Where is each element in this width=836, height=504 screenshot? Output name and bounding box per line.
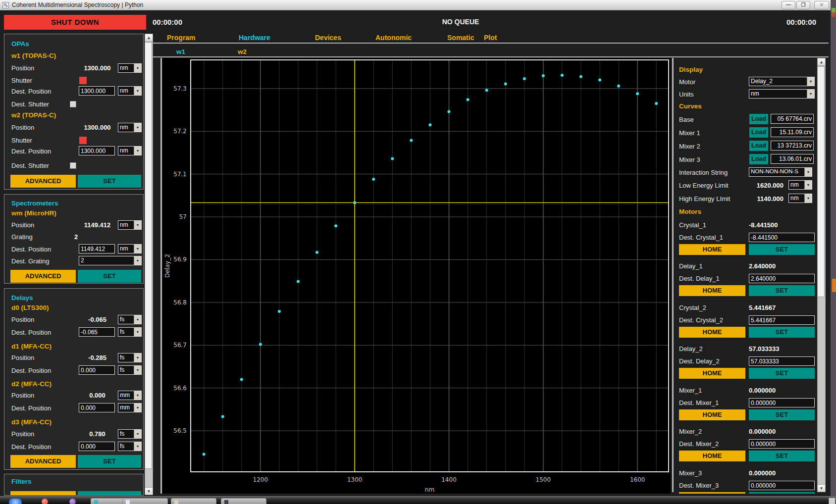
position-unit-dropdown[interactable]: nm ▼ (118, 63, 142, 73)
motor-dest-input[interactable] (749, 233, 815, 242)
dest-shutter-checkbox[interactable] (70, 101, 76, 107)
load-button[interactable]: Load (749, 154, 768, 164)
start-button-icon[interactable] (9, 499, 22, 504)
position-unit-dropdown[interactable]: nm ▼ (118, 220, 142, 230)
dest-position-input[interactable] (79, 442, 115, 451)
titlebar[interactable]: Coherent Multidimensional Spectroscopy |… (0, 0, 831, 10)
position-unit-dropdown[interactable]: fs ▼ (118, 315, 142, 324)
subtab-w2[interactable]: w2 (238, 48, 247, 55)
show-desktop-button[interactable] (829, 498, 836, 504)
advanced-button[interactable]: ADVANCED (10, 455, 76, 468)
curve-file-mixer1[interactable]: 15.11.09.crv (771, 127, 814, 137)
set-button[interactable]: SET (749, 368, 815, 379)
high-energy-unit-dropdown[interactable]: nm ▼ (788, 194, 812, 203)
dest-position-input[interactable] (79, 86, 115, 96)
tab-program[interactable]: Program (167, 34, 196, 42)
load-button[interactable]: Load (749, 141, 768, 151)
set-button[interactable]: SET (749, 327, 815, 338)
home-button[interactable]: HOME (679, 327, 745, 338)
close-button-icon[interactable]: ✕ (814, 1, 829, 9)
dest-unit-dropdown[interactable]: nm ▼ (118, 146, 142, 155)
units-dropdown[interactable]: nm ▼ (749, 89, 815, 99)
dest-position-input[interactable] (79, 146, 115, 155)
dest-unit-dropdown[interactable]: fs ▼ (118, 327, 142, 337)
plot-canvas[interactable]: 1200130014001500160056.556.656.756.856.9… (162, 58, 671, 494)
tab-devices[interactable]: Devices (315, 34, 341, 42)
home-button[interactable]: HOME (679, 451, 745, 461)
set-button[interactable]: SET (78, 175, 141, 188)
dest-position-input[interactable] (79, 365, 115, 375)
tab-somatic[interactable]: Somatic (447, 34, 474, 42)
dest-grating-dropdown[interactable]: 2 ▼ (79, 256, 142, 265)
load-button[interactable]: Load (749, 114, 768, 124)
position-unit-dropdown[interactable]: fs ▼ (118, 429, 142, 439)
home-button[interactable]: HOME (679, 409, 745, 420)
y-tick-label: 56.9 (173, 256, 187, 263)
motor-dest-input[interactable] (749, 274, 815, 283)
position-unit-dropdown[interactable]: fs ▼ (118, 353, 142, 362)
dest-unit-dropdown[interactable]: nm ▼ (118, 244, 142, 253)
load-button[interactable]: Load (749, 127, 768, 138)
advanced-button[interactable] (10, 491, 76, 496)
dest-unit-dropdown[interactable]: fs ▼ (118, 442, 142, 451)
scroll-down-icon[interactable]: ▼ (145, 487, 153, 495)
minimize-button-icon[interactable]: — (782, 1, 795, 9)
dest-unit-dropdown[interactable]: fs ▼ (118, 365, 142, 375)
taskbar-window-button[interactable] (122, 498, 168, 504)
motor-dropdown[interactable]: Delay_2 ▼ (749, 77, 815, 86)
tab-plot[interactable]: Plot (484, 34, 497, 42)
curve-file-base[interactable]: 05 67764.crv (771, 114, 814, 124)
chevron-down-icon: ▼ (134, 328, 141, 336)
set-button[interactable] (78, 491, 141, 496)
y-tick-label: 56.8 (173, 299, 187, 306)
curve-file-mixer2[interactable]: 13 37213.crv (771, 141, 814, 151)
home-button[interactable]: HOME (679, 244, 745, 255)
dest-unit-dropdown[interactable]: mm ▼ (118, 403, 142, 412)
low-energy-unit-dropdown[interactable]: nm ▼ (788, 180, 812, 190)
shutter-indicator[interactable] (79, 77, 87, 84)
curve-file-mixer3[interactable]: 13.06.01.crv (771, 154, 814, 164)
dest-position-input[interactable] (79, 327, 115, 337)
advanced-button[interactable]: ADVANCED (10, 270, 76, 283)
set-button[interactable]: SET (749, 409, 815, 420)
tab-hardware[interactable]: Hardware (239, 34, 270, 42)
shutter-indicator[interactable] (79, 137, 87, 144)
scroll-down-icon[interactable]: ▼ (817, 484, 826, 492)
taskbar-app-red-icon[interactable] (42, 499, 48, 504)
position-unit-dropdown[interactable]: mm ▼ (118, 391, 142, 400)
dest-position-input[interactable] (79, 403, 115, 412)
set-button[interactable]: SET (78, 455, 141, 468)
position-unit-dropdown[interactable]: nm ▼ (118, 123, 142, 132)
desktop-icon-orange (832, 279, 836, 292)
interaction-string-dropdown[interactable]: NON-NON-NON-S ▼ (749, 167, 812, 177)
set-button[interactable]: SET (749, 285, 815, 296)
restore-button-icon[interactable]: ❐ (796, 1, 810, 9)
subtab-w1[interactable]: w1 (176, 48, 185, 55)
motor-dest-input[interactable] (749, 315, 815, 325)
taskbar[interactable] (0, 496, 836, 504)
taskbar-window-button[interactable] (171, 498, 216, 504)
taskbar-window-button[interactable] (221, 498, 266, 504)
set-button[interactable] (749, 492, 815, 494)
motor-dest-input[interactable] (749, 398, 815, 407)
set-button[interactable]: SET (749, 451, 815, 461)
shutdown-button[interactable]: SHUT DOWN (4, 15, 146, 30)
home-button[interactable] (679, 492, 745, 494)
tab-autonomic[interactable]: Autonomic (375, 34, 412, 42)
scroll-up-icon[interactable]: ▲ (145, 34, 153, 42)
set-button[interactable]: SET (78, 270, 141, 283)
left-scrollbar-thumb[interactable] (145, 42, 152, 469)
taskbar-app-purple-icon[interactable] (69, 499, 76, 504)
set-button[interactable]: SET (749, 244, 815, 255)
advanced-button[interactable]: ADVANCED (10, 175, 76, 188)
right-scrollbar-thumb[interactable] (817, 66, 825, 297)
dest-shutter-checkbox[interactable] (70, 162, 76, 169)
home-button[interactable]: HOME (679, 368, 745, 379)
dest-unit-dropdown[interactable]: nm ▼ (118, 86, 142, 96)
motor-dest-input[interactable] (749, 356, 815, 366)
motor-dest-input[interactable] (749, 439, 815, 449)
scroll-up-icon[interactable]: ▲ (817, 58, 826, 66)
home-button[interactable]: HOME (679, 285, 745, 296)
dest-position-input[interactable] (79, 244, 115, 253)
motor-dest-input[interactable] (749, 481, 815, 490)
